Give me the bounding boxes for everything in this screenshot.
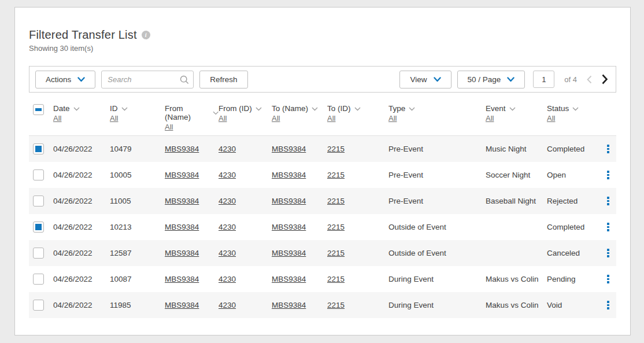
column-filter-all[interactable]: All: [110, 114, 118, 123]
status-cell: Completed: [547, 145, 600, 153]
page-size-button[interactable]: 50 / Page: [457, 71, 525, 88]
column-filter-all[interactable]: All: [547, 114, 555, 123]
row-checkbox[interactable]: [33, 169, 44, 180]
from-id-link[interactable]: 4230: [219, 275, 236, 283]
to-id-link[interactable]: 2215: [327, 145, 345, 153]
status-cell: Canceled: [547, 249, 600, 257]
from-id-link[interactable]: 4230: [219, 145, 236, 153]
type-cell: Outside of Event: [388, 223, 486, 231]
to-name-link[interactable]: MBS9384: [272, 301, 306, 309]
sort-chevron-icon[interactable]: [73, 107, 80, 111]
date-cell: 04/26/2022: [53, 275, 110, 283]
from-id-link[interactable]: 4230: [219, 197, 236, 205]
sort-chevron-icon[interactable]: [213, 111, 219, 115]
from-name-link[interactable]: MBS9384: [165, 223, 199, 231]
from-name-link[interactable]: MBS9384: [165, 145, 199, 153]
date-cell: 04/26/2022: [53, 249, 110, 257]
to-name-link[interactable]: MBS9384: [272, 275, 306, 283]
select-all-checkbox[interactable]: [33, 104, 44, 115]
row-menu-cell: [600, 221, 616, 233]
from-id-link[interactable]: 4230: [219, 223, 236, 231]
to-id-link[interactable]: 2215: [327, 301, 345, 309]
to-id-link[interactable]: 2215: [327, 171, 345, 179]
toolbar: Actions Refresh View 50 / Page of 4: [29, 66, 616, 93]
row-checkbox[interactable]: [33, 248, 44, 259]
column-filter-all[interactable]: All: [486, 114, 494, 123]
column-label: From (Name): [165, 104, 209, 121]
type-cell: Pre-Event: [388, 171, 486, 179]
actions-button[interactable]: Actions: [35, 71, 95, 88]
event-cell: Makus vs Colin: [486, 275, 547, 283]
row-menu-button[interactable]: [605, 221, 611, 233]
row-checkbox[interactable]: [33, 196, 44, 206]
row-menu-cell: [600, 169, 616, 181]
next-page-button[interactable]: [599, 73, 610, 86]
to-id-link-cell: 2215: [327, 145, 388, 153]
row-checkbox[interactable]: [33, 143, 44, 154]
to-id-link-cell: 2215: [327, 249, 388, 257]
refresh-button[interactable]: Refresh: [199, 71, 247, 88]
id-cell: 11005: [110, 197, 165, 205]
sort-chevron-icon[interactable]: [572, 107, 579, 111]
sort-chevron-icon[interactable]: [312, 107, 318, 111]
from-name-link[interactable]: MBS9384: [165, 197, 199, 205]
column-filter-all[interactable]: All: [165, 123, 173, 131]
search-icon[interactable]: [180, 75, 189, 84]
to-id-link[interactable]: 2215: [327, 223, 345, 231]
from-name-link[interactable]: MBS9384: [165, 301, 199, 309]
row-menu-button[interactable]: [605, 247, 611, 259]
row-menu-button[interactable]: [605, 299, 611, 311]
column-filter-all[interactable]: All: [219, 114, 227, 123]
row-checkbox[interactable]: [33, 222, 44, 233]
row-menu-button[interactable]: [605, 169, 611, 181]
column-filter-all[interactable]: All: [272, 114, 280, 123]
column-filter-all[interactable]: All: [327, 114, 335, 123]
from-name-link[interactable]: MBS9384: [165, 249, 199, 257]
from-name-link[interactable]: MBS9384: [165, 275, 199, 283]
to-name-link[interactable]: MBS9384: [272, 197, 306, 205]
from-name-link[interactable]: MBS9384: [165, 171, 199, 179]
to-id-link[interactable]: 2215: [327, 249, 345, 257]
page-number-input[interactable]: [533, 71, 554, 88]
table-row: 04/26/202210213MBS93844230MBS93842215Out…: [29, 214, 616, 240]
to-name-link[interactable]: MBS9384: [272, 223, 306, 231]
type-cell: Outside of Event: [388, 249, 486, 257]
item-count: Showing 30 item(s): [29, 44, 616, 53]
sort-chevron-icon[interactable]: [409, 107, 415, 111]
prev-page-button[interactable]: [584, 74, 594, 85]
to-name-link[interactable]: MBS9384: [272, 171, 306, 179]
row-checkbox-cell: [29, 248, 53, 259]
row-menu-button[interactable]: [605, 143, 611, 155]
column-filter-all[interactable]: All: [53, 114, 61, 123]
to-name-link-cell: MBS9384: [272, 197, 327, 205]
id-cell: 10479: [110, 145, 165, 153]
column-header-from_name: From (Name)All: [165, 104, 219, 131]
column-header-event: EventAll: [486, 104, 547, 123]
info-icon[interactable]: i: [142, 31, 150, 39]
from-name-link-cell: MBS9384: [165, 275, 219, 283]
to-id-link[interactable]: 2215: [327, 275, 345, 283]
row-menu-button[interactable]: [605, 273, 611, 285]
from-id-link[interactable]: 4230: [219, 301, 236, 309]
sort-chevron-icon[interactable]: [509, 107, 516, 111]
column-filter-all[interactable]: All: [388, 114, 397, 123]
sort-chevron-icon[interactable]: [121, 107, 128, 111]
to-id-link[interactable]: 2215: [327, 197, 345, 205]
from-id-link[interactable]: 4230: [219, 171, 236, 179]
sort-chevron-icon[interactable]: [354, 107, 361, 111]
column-label: To (Name): [272, 104, 308, 113]
to-id-link-cell: 2215: [327, 171, 388, 179]
row-checkbox[interactable]: [33, 300, 44, 311]
to-name-link[interactable]: MBS9384: [272, 249, 306, 257]
from-id-link[interactable]: 4230: [219, 249, 236, 257]
column-header-to_id: To (ID)All: [327, 104, 388, 123]
from-id-link-cell: 4230: [219, 301, 272, 309]
row-checkbox[interactable]: [33, 274, 44, 285]
from-id-link-cell: 4230: [219, 197, 272, 205]
row-menu-button[interactable]: [605, 195, 611, 207]
to-name-link-cell: MBS9384: [272, 145, 327, 153]
view-button[interactable]: View: [399, 71, 451, 88]
from-name-link-cell: MBS9384: [165, 171, 219, 179]
sort-chevron-icon[interactable]: [256, 107, 262, 111]
to-name-link[interactable]: MBS9384: [272, 145, 306, 153]
